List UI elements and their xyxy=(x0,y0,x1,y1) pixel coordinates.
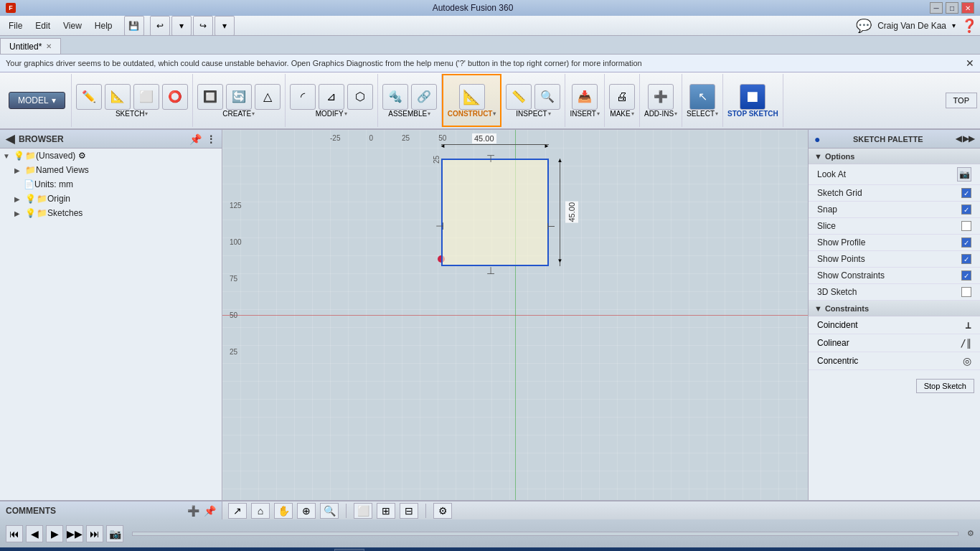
timeline-last-button[interactable]: ⏭ xyxy=(86,525,103,542)
construct-plane-button[interactable]: 📐 xyxy=(459,84,485,110)
browser-collapse-icon[interactable]: ◀ xyxy=(6,132,14,146)
comments-add-icon[interactable]: ➕ xyxy=(187,505,199,517)
option-3d-sketch[interactable]: 3D Sketch xyxy=(809,284,980,301)
sketch-grid-checkbox[interactable]: ✓ xyxy=(961,188,971,198)
option-look-at[interactable]: Look At 📷 xyxy=(809,164,980,185)
sketch-rectangle[interactable] xyxy=(441,159,549,266)
sketch-rect-button[interactable]: ⬜ xyxy=(133,84,159,110)
undo-button[interactable]: ↩ xyxy=(150,16,170,36)
show-profile-checkbox[interactable]: ✓ xyxy=(961,237,971,248)
undo-dropdown[interactable]: ▾ xyxy=(171,16,192,36)
toolbar-settings-button[interactable]: ⚙ xyxy=(433,503,452,519)
sketch-circle-button[interactable]: ⭕ xyxy=(162,84,188,110)
assemble-new-button[interactable]: 🔩 xyxy=(382,84,408,110)
timeline-settings-icon[interactable]: ⚙ xyxy=(967,529,974,538)
insert-button[interactable]: 📥 xyxy=(572,84,598,110)
timeline-first-button[interactable]: ⏮ xyxy=(6,525,23,542)
create-loft-button[interactable]: △ xyxy=(255,84,281,110)
menu-view[interactable]: View xyxy=(57,18,88,34)
nav-look-at-button[interactable]: ↗ xyxy=(228,503,247,519)
slice-checkbox[interactable] xyxy=(961,221,971,231)
comments-pin-icon[interactable]: 📌 xyxy=(204,505,216,517)
constraint-colinear[interactable]: Colinear /∥ xyxy=(809,334,980,352)
construct-group-label[interactable]: CONSTRUCT▾ xyxy=(448,110,496,118)
nav-pan-button[interactable]: ✋ xyxy=(274,503,293,519)
sketch-group-label[interactable]: SKETCH▾ xyxy=(116,110,149,118)
nav-zoom-button[interactable]: 🔍 xyxy=(320,503,339,519)
select-group-label[interactable]: SELECT▾ xyxy=(687,110,718,118)
inspect-group-label[interactable]: INSPECT▾ xyxy=(516,110,550,118)
create-revolve-button[interactable]: 🔄 xyxy=(226,84,252,110)
maximize-button[interactable]: □ xyxy=(946,2,958,14)
modify-chamfer-button[interactable]: ⊿ xyxy=(319,84,344,110)
option-sketch-grid[interactable]: Sketch Grid ✓ xyxy=(809,185,980,202)
option-slice[interactable]: Slice xyxy=(809,218,980,235)
create-group-label[interactable]: CREATE▾ xyxy=(222,110,255,118)
comment-icon[interactable]: 💬 xyxy=(856,18,872,34)
close-tab-icon[interactable]: ✕ xyxy=(46,42,52,50)
option-show-points[interactable]: Show Points ✓ xyxy=(809,251,980,268)
top-view-button[interactable]: TOP xyxy=(946,93,977,108)
inspect-measure-button[interactable]: 📏 xyxy=(506,84,532,110)
browser-more-icon[interactable]: ⋮ xyxy=(206,133,216,145)
constraint-coincident[interactable]: Coincident ⊥ xyxy=(809,316,980,334)
display-mode-button[interactable]: ⬜ xyxy=(354,503,372,519)
timeline-camera-button[interactable]: 📷 xyxy=(106,525,123,542)
redo-button[interactable]: ↪ xyxy=(193,16,213,36)
menu-edit[interactable]: Edit xyxy=(29,18,56,34)
settings-icon[interactable]: ⚙ xyxy=(78,151,86,161)
options-chevron-icon[interactable]: ▼ xyxy=(814,152,822,161)
select-button[interactable]: ↖ xyxy=(689,84,715,110)
inspect-analysis-button[interactable]: 🔍 xyxy=(534,84,560,110)
warning-close-icon[interactable]: ✕ xyxy=(966,57,974,69)
constraint-concentric[interactable]: Concentric ◎ xyxy=(809,352,980,370)
make-button[interactable]: 🖨 xyxy=(609,84,635,110)
model-dropdown[interactable]: MODEL ▾ xyxy=(9,92,65,109)
grid-toggle-button[interactable]: ⊞ xyxy=(377,503,395,519)
help-icon[interactable]: ❓ xyxy=(961,18,977,34)
assemble-group-label[interactable]: ASSEMBLE▾ xyxy=(388,110,430,118)
modify-shell-button[interactable]: ⬡ xyxy=(347,84,373,110)
3d-sketch-checkbox[interactable] xyxy=(961,287,971,297)
canvas-area[interactable]: 125 100 75 50 25 -25 0 25 50 75 ◄ ► 45 xyxy=(222,130,808,500)
stop-sketch-toolbar-button[interactable]: ⏹ xyxy=(740,84,765,110)
menu-help[interactable]: Help xyxy=(89,18,118,34)
modify-fillet-button[interactable]: ◜ xyxy=(290,84,316,110)
tree-units[interactable]: 📄 Units: mm xyxy=(0,177,222,192)
timeline-track[interactable] xyxy=(132,532,958,536)
addins-button[interactable]: ➕ xyxy=(648,84,674,110)
close-button[interactable]: ✕ xyxy=(961,2,974,14)
palette-dot-icon[interactable]: ● xyxy=(814,133,820,145)
addins-group-label[interactable]: ADD-INS▾ xyxy=(644,110,677,118)
tree-root[interactable]: ▼ 💡 📁 (Unsaved) ⚙ xyxy=(0,149,222,163)
active-tab[interactable]: Untitled* ✕ xyxy=(0,38,61,54)
browser-pin-icon[interactable]: 📌 xyxy=(189,133,202,145)
timeline-prev-button[interactable]: ◀ xyxy=(26,525,43,542)
nav-fit-button[interactable]: ⊕ xyxy=(297,503,316,519)
tree-sketches[interactable]: ▶ 💡 📁 Sketches xyxy=(0,206,222,220)
minimize-button[interactable]: ─ xyxy=(930,2,943,14)
snap-checkbox[interactable]: ✓ xyxy=(961,204,971,215)
timeline-play-button[interactable]: ▶ xyxy=(46,525,63,542)
constraints-chevron-icon[interactable]: ▼ xyxy=(814,304,822,313)
view-options-button[interactable]: ⊟ xyxy=(400,503,418,519)
user-dropdown-icon[interactable]: ▾ xyxy=(952,22,956,29)
look-at-icon[interactable]: 📷 xyxy=(957,167,971,182)
modify-group-label[interactable]: MODIFY▾ xyxy=(316,110,347,118)
save-button[interactable]: 💾 xyxy=(124,16,144,36)
palette-expand-icon[interactable]: ▶▶ xyxy=(963,134,974,143)
sketch-line-button[interactable]: 📐 xyxy=(105,84,131,110)
tree-origin[interactable]: ▶ 💡 📁 Origin xyxy=(0,192,222,206)
show-constraints-checkbox[interactable]: ✓ xyxy=(961,270,971,281)
option-snap[interactable]: Snap ✓ xyxy=(809,202,980,218)
assemble-joint-button[interactable]: 🔗 xyxy=(411,84,437,110)
redo-dropdown[interactable]: ▾ xyxy=(215,16,235,36)
show-points-checkbox[interactable]: ✓ xyxy=(961,254,971,264)
insert-group-label[interactable]: INSERT▾ xyxy=(570,110,600,118)
tree-named-views[interactable]: ▶ 📁 Named Views xyxy=(0,163,222,177)
timeline-next-button[interactable]: ▶▶ xyxy=(66,525,83,542)
nav-home-button[interactable]: ⌂ xyxy=(251,503,270,519)
stop-sketch-button[interactable]: Stop Sketch xyxy=(916,379,974,393)
sketch-pencil-button[interactable]: ✏️ xyxy=(76,84,102,110)
create-extrude-button[interactable]: 🔲 xyxy=(197,84,223,110)
